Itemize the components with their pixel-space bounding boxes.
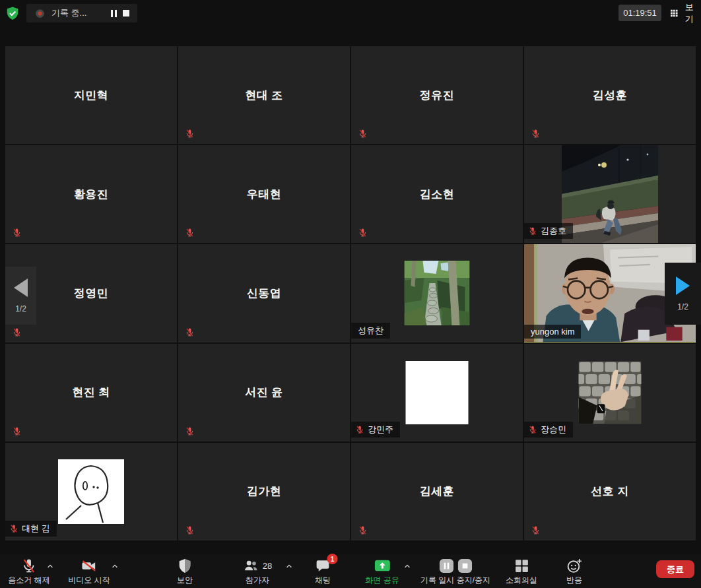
participant-tile[interactable]: 김종호 [524,145,696,243]
meeting-security-shield-icon[interactable] [5,6,20,20]
muted-camera-icon [81,558,98,574]
next-page-arrow-icon [676,277,690,295]
participant-tile[interactable]: 김소현 [351,145,523,243]
participant-tile[interactable]: 정유진 [351,46,523,144]
muted-mic-icon [528,226,537,236]
participant-name: yungon kim [531,327,574,337]
name-tag: 대현 김 [5,521,57,537]
top-bar: 기록 중... 01:19:51 보기 [0,0,701,26]
participant-name: 김소현 [351,145,523,243]
audio-options-chevron[interactable] [46,562,54,570]
profile-image-forest-path [405,261,470,325]
breakout-rooms-icon [514,558,530,574]
muted-mic-icon [531,129,541,139]
participants-count: 28 [263,561,272,571]
participant-tile[interactable]: 현대 조 [178,46,350,144]
security-button[interactable]: 보안 [177,558,193,586]
profile-image-face-sketch [58,459,124,524]
page-indicator: 1/2 [677,302,688,311]
participant-name: 장승민 [541,424,566,436]
participant-tile[interactable]: 장승민 [524,344,696,441]
muted-mic-icon [12,327,22,337]
participant-tile[interactable]: 신동엽 [178,244,350,342]
participant-tile[interactable]: 강민주 [351,344,523,441]
participant-name: 김종호 [541,225,566,237]
participant-tile[interactable]: 김성훈 [524,46,696,144]
profile-image-hand-pavement [579,361,642,424]
end-meeting-button[interactable]: 종료 [656,560,694,578]
name-tag: 성유찬 [351,323,390,339]
name-tag: 강민주 [351,422,400,438]
participant-tile[interactable]: 서진 윤 [178,344,350,441]
participant-name: 신동엽 [178,244,350,342]
pause-recording-button[interactable] [111,10,117,17]
muted-mic-icon [9,524,18,533]
participant-name: 김가현 [178,443,350,540]
participant-tile[interactable]: 지민혁 [5,46,177,144]
chat-unread-badge: 1 [327,554,338,564]
meeting-timer: 01:19:51 [618,5,661,21]
recording-indicator: 기록 중... [26,4,137,22]
participant-name: 우태현 [178,145,350,243]
participants-button[interactable]: 28 참가자 [243,558,272,586]
page-indicator: 1/2 [15,304,26,313]
previous-page-arrow-icon [14,278,28,297]
pause-recording-icon[interactable] [438,558,453,573]
muted-mic-icon [531,525,541,535]
participants-label: 참가자 [246,575,269,586]
shield-icon [177,558,193,574]
muted-mic-icon [185,327,195,337]
participant-tile[interactable]: 김세훈 [351,443,523,540]
reactions-button[interactable]: 반응 [566,558,583,586]
participant-tile[interactable]: 현진 최 [5,344,177,441]
view-button[interactable]: 보기 [666,5,701,20]
muted-mic-icon [528,425,537,434]
share-screen-label: 화면 공유 [365,575,399,586]
participant-tile[interactable]: 우태현 [178,145,350,243]
participant-tile[interactable]: 선호 지 [524,443,696,540]
muted-mic-icon [358,129,368,139]
participant-name: 대현 김 [22,523,50,535]
start-video-button[interactable]: 비디오 시작 [68,558,110,586]
video-options-chevron[interactable] [111,562,119,570]
share-screen-icon [372,558,392,574]
muted-mic-icon [185,426,195,436]
security-label: 보안 [177,575,193,586]
stop-recording-icon[interactable] [457,558,472,573]
participant-name: 현진 최 [5,344,177,441]
start-video-label: 비디오 시작 [68,575,110,586]
participant-tile[interactable]: 대현 김 [5,443,177,540]
recording-controls-button[interactable]: 기록 일시 중지/중지 [420,558,490,586]
participant-tile[interactable]: 황용진 [5,145,177,243]
next-page-button[interactable]: 1/2 [665,263,701,325]
participant-name: 선호 지 [524,443,696,540]
muted-mic-icon [185,129,195,139]
stop-recording-button[interactable] [123,10,129,16]
gallery-view-icon [670,9,679,18]
muted-mic-icon [12,426,22,436]
previous-page-button[interactable]: 1/2 [5,267,36,325]
participants-icon [243,558,259,574]
share-options-chevron[interactable] [403,562,411,570]
unmute-button[interactable]: 음소거 해제 [8,558,50,586]
participant-tile[interactable]: 성유찬 [351,244,523,342]
name-tag: 김종호 [524,223,573,239]
participant-tile[interactable]: 김가현 [178,443,350,540]
reactions-smiley-icon [566,558,583,574]
recording-controls-label: 기록 일시 중지/중지 [420,575,490,586]
muted-mic-icon [12,228,22,238]
chat-button[interactable]: 1 채팅 [315,558,331,586]
participants-options-chevron[interactable] [285,562,293,570]
breakout-rooms-button[interactable]: 소회의실 [506,558,537,586]
breakout-rooms-label: 소회의실 [506,575,537,586]
name-tag: yungon kim [524,325,581,339]
profile-image-blank [406,361,469,424]
muted-mic-icon [21,558,38,574]
muted-mic-icon [185,228,195,238]
participant-name: 김세훈 [351,443,523,540]
muted-mic-icon [358,228,368,238]
participant-name: 강민주 [368,424,393,436]
meeting-toolbar: 음소거 해제 비디오 시작 보안 28 참가자 1 채팅 화면 공유 기록 [0,554,701,588]
muted-mic-icon [355,425,364,434]
share-screen-button[interactable]: 화면 공유 [365,558,399,586]
